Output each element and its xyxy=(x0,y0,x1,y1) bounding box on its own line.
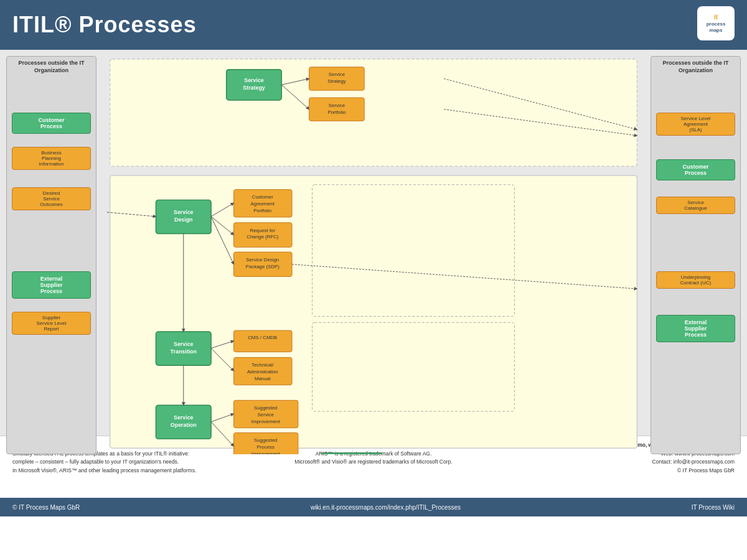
svg-text:Request for: Request for xyxy=(250,228,275,233)
svg-text:Package (SDP): Package (SDP) xyxy=(246,264,280,269)
svg-text:Transition: Transition xyxy=(171,348,197,355)
logo-it: it xyxy=(714,13,718,21)
svg-text:Operation: Operation xyxy=(171,422,197,428)
right-service-catalogue[interactable]: ServiceCatalogue xyxy=(656,197,735,214)
logo-maps: maps xyxy=(710,27,723,34)
svg-text:Service: Service xyxy=(174,341,194,347)
svg-text:Service: Service xyxy=(174,209,194,215)
footer-right-copy: © IT Process Maps GbR xyxy=(496,467,735,475)
svg-text:Strategy: Strategy xyxy=(327,78,345,84)
svg-text:Technical/: Technical/ xyxy=(251,362,274,368)
left-customer-process[interactable]: CustomerProcess xyxy=(12,113,91,134)
svg-text:Portfolio: Portfolio xyxy=(328,110,346,115)
right-customer-process[interactable]: CustomerProcess xyxy=(656,159,735,180)
svg-text:Strategy: Strategy xyxy=(243,85,265,91)
main-content: Processes outside the IT Organization Cu… xyxy=(0,50,747,498)
bottom-bar-right: IT Process Wiki xyxy=(692,504,735,511)
main-diagram: Service Strategy Service Strategy Servic… xyxy=(103,56,644,454)
svg-text:Service: Service xyxy=(329,103,345,108)
svg-rect-35 xyxy=(234,330,293,352)
right-external-supplier[interactable]: ExternalSupplierProcess xyxy=(656,315,735,342)
svg-text:Service Design: Service Design xyxy=(246,257,279,263)
svg-text:Service: Service xyxy=(258,412,275,418)
left-external-supplier[interactable]: ExternalSupplierProcess xyxy=(12,271,91,299)
svg-text:Agreement: Agreement xyxy=(251,201,275,207)
header: ITIL® Processes it process maps xyxy=(0,0,747,50)
svg-text:Service: Service xyxy=(244,77,264,83)
footer-right-contact: Contact: info@it-processmaps.com xyxy=(496,458,735,467)
left-desired-service[interactable]: DesiredServiceOutcomes xyxy=(12,187,91,210)
svg-text:CMS / CMDB: CMS / CMDB xyxy=(248,335,277,340)
svg-text:Service: Service xyxy=(174,414,194,421)
left-supplier-report[interactable]: SupplierService LevelReport xyxy=(12,312,91,335)
svg-text:Change (RFC): Change (RFC) xyxy=(247,234,278,240)
svg-text:Manual: Manual xyxy=(255,376,271,381)
svg-text:Service: Service xyxy=(329,72,345,77)
right-panel-title: Processes outside the IT Organization xyxy=(654,60,737,74)
right-sla[interactable]: Service LevelAgreement(SLA) xyxy=(656,113,735,136)
bottom-bar-left: © IT Process Maps GbR xyxy=(12,504,80,511)
bottom-bar-center: wiki.en.it-processmaps.com/index.php/ITI… xyxy=(311,504,461,511)
right-underpinning[interactable]: UnderpinningContract (UC) xyxy=(656,271,735,289)
svg-text:Process: Process xyxy=(257,444,275,450)
left-panel-title: Processes outside the IT Organization xyxy=(10,60,93,74)
svg-text:Administration: Administration xyxy=(247,369,278,375)
svg-rect-0 xyxy=(110,59,637,166)
svg-text:Suggested: Suggested xyxy=(254,437,278,443)
left-business-planning[interactable]: BusinessPlanningInformation xyxy=(12,147,91,170)
bottom-bar: © IT Process Maps GbR wiki.en.it-process… xyxy=(0,498,747,516)
logo: it process maps xyxy=(697,6,735,40)
svg-text:Portfolio: Portfolio xyxy=(253,208,271,213)
svg-text:Customer: Customer xyxy=(252,194,273,200)
left-outer-panel: Processes outside the IT Organization Cu… xyxy=(6,56,96,454)
svg-text:Improvement: Improvement xyxy=(251,451,281,454)
svg-text:Design: Design xyxy=(174,217,193,223)
svg-rect-58 xyxy=(321,453,382,454)
logo-process: process xyxy=(707,21,726,27)
right-outer-panel: Processes outside the IT Organization Se… xyxy=(651,56,741,454)
page-title: ITIL® Processes xyxy=(12,12,197,38)
diagram-area: Processes outside the IT Organization Cu… xyxy=(0,50,747,436)
svg-text:Suggested: Suggested xyxy=(254,405,278,411)
svg-text:Improvement: Improvement xyxy=(251,419,281,424)
